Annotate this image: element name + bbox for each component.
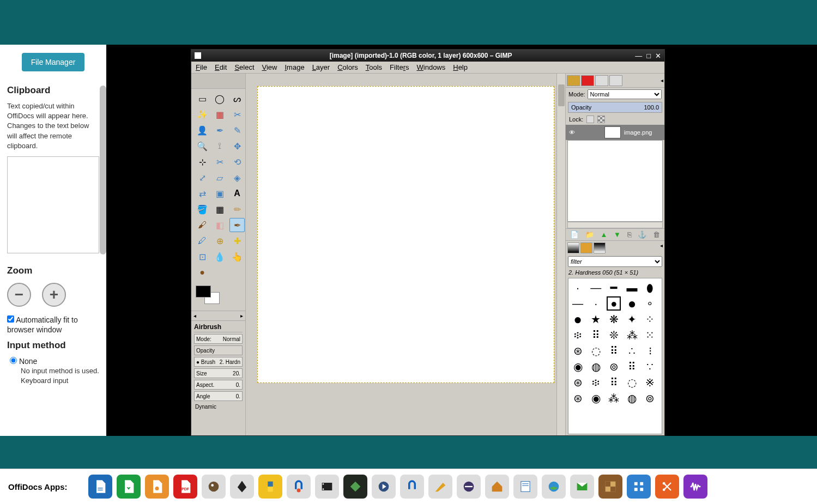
opt-mode[interactable]: Mode:Normal <box>194 334 243 344</box>
brush-item[interactable]: ⠿ <box>625 360 639 374</box>
menu-image[interactable]: Image <box>285 63 304 71</box>
menu-layer[interactable]: Layer <box>312 63 330 71</box>
lock-alpha-icon[interactable] <box>597 116 605 123</box>
app-ppt[interactable] <box>145 475 169 499</box>
tool-perspective[interactable]: ◈ <box>229 171 245 185</box>
app-wave-editor[interactable] <box>683 475 707 499</box>
brush-item[interactable]: ━ <box>607 281 621 295</box>
menu-select[interactable]: Select <box>234 63 254 71</box>
app-apps-grid[interactable] <box>627 475 651 499</box>
brush-item[interactable]: ⊚ <box>643 391 657 405</box>
menu-help[interactable]: Help <box>453 63 468 71</box>
tool-eraser[interactable]: ◧ <box>212 218 227 232</box>
dock-tab-undo[interactable] <box>609 75 622 86</box>
layer-anchor-icon[interactable]: ⚓ <box>638 230 646 239</box>
brush-item[interactable]: ⁘ <box>643 312 657 326</box>
sidebar-scrollbar[interactable] <box>100 86 106 254</box>
auto-fit-checkbox[interactable]: Automatically fit to browser window <box>7 315 78 334</box>
brush-item[interactable]: ⁂ <box>607 391 621 405</box>
layers-list[interactable] <box>567 140 663 222</box>
brush-filter-select[interactable]: filter <box>568 256 662 267</box>
brushes-tab[interactable] <box>567 242 579 253</box>
close-button[interactable]: ✕ <box>655 52 661 60</box>
tool-paintbrush[interactable]: 🖌 <box>195 218 210 232</box>
brush-item[interactable]: ★ <box>589 312 603 326</box>
tool-perspective-clone[interactable]: ⊡ <box>195 250 210 264</box>
zoom-in-button[interactable]: + <box>42 283 66 307</box>
clipboard-textarea[interactable] <box>7 156 99 253</box>
brush-item[interactable]: ⠿ <box>607 375 621 390</box>
layers-scroll-h[interactable] <box>567 222 663 228</box>
menu-edit[interactable]: Edit <box>215 63 227 71</box>
tool-heal[interactable]: ✚ <box>229 234 245 248</box>
brush-grid[interactable]: · — ━ ▬ ⬮ — ∙ ● ● ∘ ● ★ ❋ ✦ ⁘ ፨ ⠿ ❊ ⁂ ⁙ <box>568 278 662 434</box>
brush-item[interactable]: ⁝ <box>643 344 657 358</box>
app-writer[interactable] <box>513 475 537 499</box>
tool-blend[interactable]: ▦ <box>212 202 227 216</box>
brush-item[interactable]: ※ <box>643 375 657 390</box>
app-doc[interactable] <box>88 475 112 499</box>
input-none-radio[interactable]: None <box>10 357 37 366</box>
brush-item[interactable]: ❋ <box>607 312 621 326</box>
brush-item-selected[interactable]: ● <box>607 296 621 311</box>
brush-item[interactable]: — <box>571 296 585 311</box>
tool-dodge[interactable]: ● <box>195 265 210 280</box>
brush-item[interactable]: ❊ <box>607 328 621 342</box>
brush-item[interactable]: ፨ <box>571 328 585 342</box>
dock-tab-paths[interactable] <box>595 75 608 86</box>
brush-item[interactable]: ⁙ <box>643 328 657 342</box>
app-media-player[interactable] <box>372 475 396 499</box>
opt-dynamics[interactable]: Dynamic <box>194 403 243 411</box>
tool-cage[interactable]: ▣ <box>212 186 227 201</box>
brush-item[interactable]: ◌ <box>625 375 639 390</box>
tool-scale[interactable]: ⤢ <box>195 171 210 185</box>
app-python[interactable] <box>258 475 282 499</box>
layer-down-icon[interactable]: ▼ <box>614 230 621 239</box>
foreground-color[interactable] <box>196 286 211 297</box>
lock-pixels-icon[interactable] <box>586 116 594 123</box>
menu-tools[interactable]: Tools <box>366 63 382 71</box>
zoom-out-button[interactable]: − <box>7 283 31 307</box>
brush-item[interactable]: ◉ <box>589 391 603 405</box>
layer-visibility-icon[interactable]: 👁 <box>567 129 576 136</box>
app-dia[interactable] <box>428 475 452 499</box>
brush-item[interactable]: ◉ <box>571 360 585 374</box>
image-canvas[interactable] <box>257 86 554 383</box>
brush-item[interactable]: ⊛ <box>571 344 585 358</box>
layer-opacity[interactable]: Opacity100.0 <box>568 102 662 113</box>
menu-file[interactable]: File <box>196 63 207 71</box>
layer-row[interactable]: 👁 image.png <box>566 125 664 140</box>
app-gimp[interactable] <box>202 475 226 499</box>
tool-scissors[interactable]: ✂ <box>229 107 245 122</box>
opt-aspect[interactable]: Aspect.0. <box>194 380 243 390</box>
brush-item[interactable]: ⊛ <box>571 391 585 405</box>
file-manager-button[interactable]: File Manager <box>22 53 85 71</box>
app-clip-editor[interactable] <box>655 475 679 499</box>
brush-item[interactable]: ▬ <box>625 281 639 295</box>
brush-dock-menu-icon[interactable]: ◂ <box>660 242 663 253</box>
tool-rect-select[interactable]: ▭ <box>195 92 210 106</box>
menu-filters[interactable]: Filters <box>390 63 409 71</box>
brush-item[interactable]: ⠿ <box>589 328 603 342</box>
maximize-button[interactable]: □ <box>646 52 651 60</box>
brush-item[interactable]: ⊚ <box>607 360 621 374</box>
tool-paths[interactable]: ✒ <box>212 123 227 137</box>
dock-menu-icon[interactable]: ◂ <box>661 77 663 83</box>
brush-item[interactable]: ◌ <box>589 344 603 358</box>
brush-item[interactable]: ∵ <box>643 360 657 374</box>
layer-new-icon[interactable]: 📄 <box>570 230 579 239</box>
opt-brush[interactable]: ● Brush2. Hardn <box>194 357 243 367</box>
app-audio[interactable] <box>400 475 424 499</box>
dock-tab-channels[interactable] <box>581 75 594 86</box>
tool-text[interactable]: A <box>229 186 245 201</box>
layer-group-icon[interactable]: 📁 <box>585 230 594 239</box>
tool-airbrush[interactable]: ✒ <box>229 218 245 232</box>
app-eclipse[interactable] <box>457 475 481 499</box>
layer-delete-icon[interactable]: 🗑 <box>653 230 660 239</box>
tool-measure[interactable]: ⟟ <box>212 139 227 153</box>
brush-item[interactable]: ∙ <box>589 296 603 311</box>
tool-shear[interactable]: ▱ <box>212 171 227 185</box>
canvas-scroll-v[interactable] <box>556 74 565 435</box>
tool-zoom[interactable]: 🔍 <box>195 139 210 153</box>
opt-size[interactable]: Size20. <box>194 368 243 378</box>
